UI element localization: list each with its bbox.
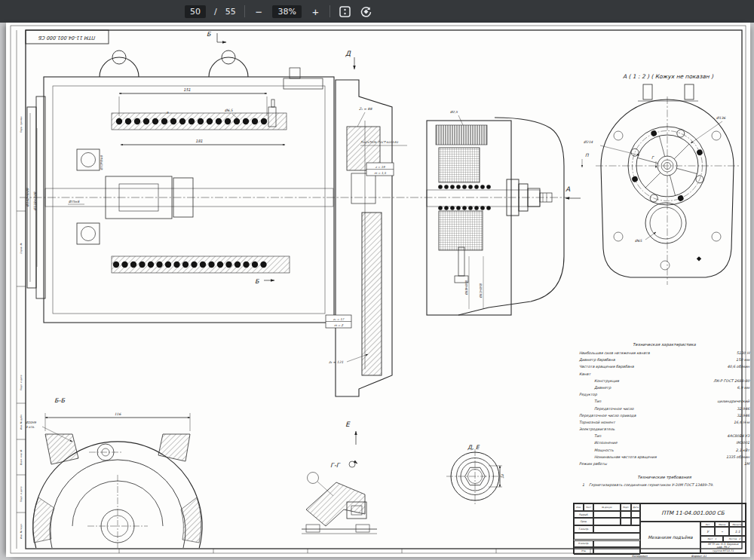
- signature-cell: [593, 547, 640, 555]
- tech-name: Тип: [579, 433, 601, 439]
- view-a-circular: [582, 84, 739, 285]
- signature-cell: [593, 518, 621, 525]
- col-doc: № докум.: [593, 503, 621, 511]
- role-nkontr: Н.контр.: [574, 540, 593, 548]
- tech-row: Режим работы1М: [579, 461, 749, 467]
- zoom-out-button[interactable]: −: [253, 6, 265, 17]
- page-divider: /: [214, 7, 217, 17]
- tech-chars-title: Техническая характеристика: [579, 342, 749, 347]
- tech-name: Номинальная частота вращения: [579, 454, 657, 461]
- tech-name: Наибольшая сила натяжения каната: [579, 350, 650, 357]
- tech-row: Номинальная частота вращения1335 об/мин: [579, 454, 749, 461]
- tech-row: Передаточное число привода32,946: [579, 412, 749, 419]
- tech-name: Тип: [579, 398, 601, 405]
- tech-row: Канат: [579, 371, 749, 378]
- section-mark-g: Г: [651, 155, 654, 160]
- gearbox-section: [326, 80, 407, 396]
- strip-label: Подп. и дата: [20, 487, 23, 503]
- tech-req-number: 1: [582, 483, 584, 487]
- col-data: Дата: [631, 503, 640, 511]
- gear-label-m2: m = 2: [334, 323, 344, 327]
- strip-label: Подп. и дата: [20, 375, 23, 391]
- kopiroval-label: Копировал: [632, 555, 648, 558]
- section-title-bb: Б-Б: [54, 397, 65, 404]
- section-arrow-b-top: Б: [207, 31, 211, 38]
- dim-label-24: 24: [501, 474, 504, 479]
- gear-label-z19: z = 19: [375, 165, 385, 169]
- dim-label-d72: Ø72F9/к6: [100, 155, 103, 170]
- toolbar-divider: [244, 5, 245, 17]
- section-bb-view: [32, 413, 202, 548]
- tech-row: Тип4АС80В4 У3: [579, 433, 749, 439]
- sheet-cell: Лист 1: [700, 536, 723, 542]
- col-list: Лист: [584, 503, 593, 511]
- technical-characteristics: Техническая характеристика Наибольшая си…: [579, 342, 749, 467]
- view-arrow-a: А: [566, 185, 571, 193]
- tech-value: ЛК-Р ГОСТ 2688-80: [713, 378, 749, 384]
- zoom-level: 38%: [272, 5, 301, 18]
- dim-label-d118: Ø118Н7/d8: [33, 191, 37, 211]
- signature-cell: [593, 511, 621, 519]
- dim-label-9: 9: [167, 111, 169, 115]
- technical-requirements: Технические требования 1 Герметизировать…: [579, 475, 749, 487]
- tech-row: КонструкцияЛК-Р ГОСТ 2688-80: [579, 378, 749, 384]
- tech-name: Электродвигатель: [579, 426, 615, 433]
- org-line3: группа МТ10-71: [713, 549, 734, 552]
- brake-motor-section: [427, 115, 564, 315]
- pdf-viewer-toolbar: 50 / 55 − 38% +: [0, 0, 754, 23]
- lit-header: Лит.: [700, 522, 715, 527]
- tech-value: 4АС80В4 У3: [727, 433, 749, 439]
- section-arrow-d: Д: [345, 50, 351, 57]
- current-page-input[interactable]: 50: [185, 5, 206, 18]
- strip-label: Взам. инв. №: [20, 449, 23, 465]
- tech-name: Диаметр: [579, 384, 611, 391]
- view-a-title: А ( 1 : 2 ) ( Кожух не показан ): [623, 73, 714, 80]
- dim-label-d214: Ø214: [584, 140, 593, 144]
- tech-value: IМ3001: [736, 439, 749, 446]
- holes-label: Ø20Н9: [26, 421, 36, 424]
- title-block: Изм. Лист № докум. Подп. Дата Разраб. Пр…: [573, 503, 746, 554]
- dim-label-d60: Ø60Н9/f8: [464, 280, 468, 295]
- tech-req-item: 1 Герметизировать соединения герметиком …: [579, 483, 749, 487]
- rope-coils: [113, 118, 267, 268]
- sheets-cell: Листов 2: [723, 536, 746, 542]
- signature-cell: [574, 533, 640, 540]
- role-prov: Пров.: [574, 518, 593, 525]
- section-gg-view: [302, 461, 377, 534]
- dim-label-d61: Ø61Н9/f8: [479, 283, 483, 298]
- tech-row: Наибольшая сила натяжения каната5130 Н: [579, 350, 749, 357]
- tech-value: цилиндрический: [717, 398, 749, 405]
- frame-strip-labels: Перв. примен. Справ. № Подп. и дата Инв.…: [20, 116, 23, 540]
- mass-header: Масса: [715, 522, 729, 527]
- zoom-in-button[interactable]: +: [310, 6, 321, 17]
- strip-label: Перв. примен.: [20, 116, 23, 133]
- fit-to-page-icon[interactable]: [339, 5, 351, 18]
- sheets-label: Листов: [728, 537, 737, 540]
- signature-cell: [631, 518, 640, 525]
- drum-assembly: [27, 50, 334, 323]
- tech-name: Режим работы: [579, 461, 607, 467]
- col-podp: Подп.: [621, 503, 631, 511]
- tech-value: 32,946: [737, 405, 749, 412]
- col-izm: Изм.: [574, 503, 584, 511]
- tech-value: 150 мм: [736, 357, 749, 363]
- section-arrow-b-bottom: Б: [255, 278, 259, 285]
- tech-value: 40,6 об/мин: [727, 363, 749, 370]
- rotate-icon[interactable]: [360, 5, 372, 18]
- signature-cell: [593, 540, 640, 548]
- tech-name: Передаточное число привода: [579, 412, 636, 419]
- mass-value: –: [715, 527, 729, 536]
- role-razrab: Разраб.: [574, 511, 593, 519]
- dim-label-d136: Ø136: [716, 116, 726, 120]
- organization-cell: МГТУ им. Н.Э. Баумана каф. РК-2 группа М…: [700, 542, 746, 553]
- dim-label-rope: Ø6,5: [225, 109, 234, 112]
- strip-label: Инв. № подл.: [20, 524, 23, 540]
- tech-row: Типцилиндрический: [579, 398, 749, 405]
- gear-label-z17: z₁ = 17: [333, 317, 345, 321]
- dim-label-181: 181: [195, 139, 203, 143]
- tech-value: 32,946: [737, 412, 749, 419]
- lit-value: У: [700, 527, 715, 536]
- tech-name: Передаточное число: [579, 405, 634, 412]
- tech-name: Исполнение: [579, 439, 618, 446]
- dim-label-d2-5: Ø2,5: [450, 110, 458, 114]
